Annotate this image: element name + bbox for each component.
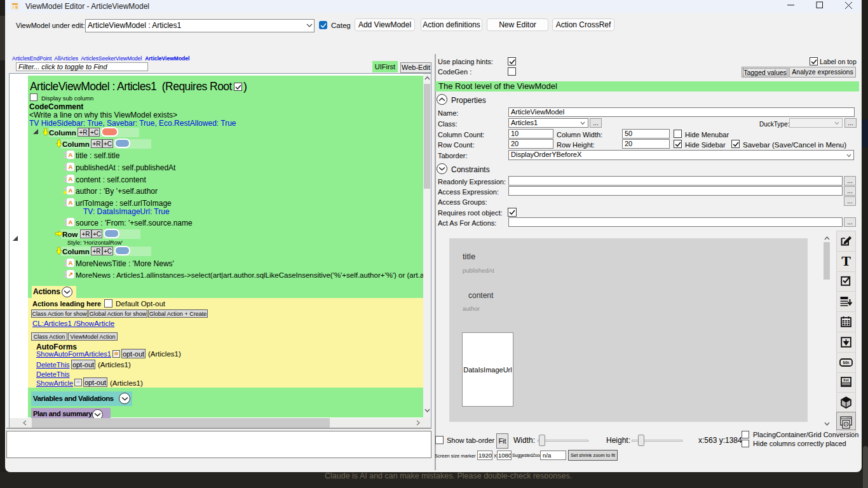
svg-text:btn: btn (843, 360, 849, 365)
svg-text:list: list (843, 378, 849, 382)
